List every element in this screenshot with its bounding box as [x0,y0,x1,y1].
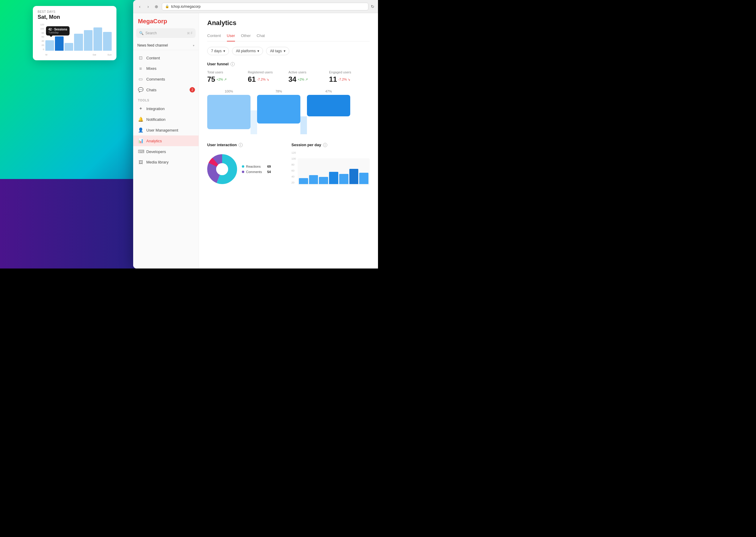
chats-icon: 💬 [138,87,143,93]
metric-number: 75 [207,75,215,84]
reactions-dot [242,165,244,168]
funnel-bar-group-3: 47% [307,90,350,116]
browser-window: ‹ › ⊕ 🔒 tchop.io/megacorp ↻ MegaCorp 🔍 S… [133,0,378,268]
metric-change: -7.2% ↘ [257,78,269,81]
chart-tooltip: 42 · Sessions Tuesday [46,26,69,35]
period-filter[interactable]: 7 days ▾ [207,47,229,55]
platform-filter[interactable]: All platforms ▾ [232,47,263,55]
info-icon: i [231,62,235,66]
sidebar-item-mixes[interactable]: ≡ Mixes [133,63,199,74]
session-bar [329,172,338,184]
bar-chart-yaxis: 120 100 80 60 40 20 0 [38,23,44,51]
bottom-row: User interaction i [207,143,370,187]
sidebar-search[interactable]: 🔍 Search ⌘ F [136,28,196,38]
content-icon: ⊡ [138,55,143,61]
bar-item [84,30,93,51]
notification-icon: 🔔 [138,117,143,122]
tags-filter[interactable]: All tags ▾ [266,47,289,55]
sidebar-item-analytics[interactable]: 📊 Analytics [133,136,199,146]
session-bar [319,177,328,184]
funnel-pct-1: 100% [225,90,233,93]
sidebar-item-content[interactable]: ⊡ Content [133,53,199,63]
comments-dot [242,171,244,173]
chart-card-label: Best days [38,10,112,14]
sidebar-item-label: Content [146,56,160,60]
bar-item [55,36,64,51]
lock-icon: 🔒 [165,5,169,8]
sidebar-item-label: Integration [146,106,164,111]
sidebar-item-chats[interactable]: 💬 Chats 2 [133,84,199,95]
chats-badge: 2 [190,87,195,93]
user-interaction-title: User interaction i [207,143,286,147]
session-bar [339,174,348,184]
metric-active-users: Active users 34 +2% ↗ [289,70,329,84]
tools-section-label: TOOLS [133,95,199,103]
legend-value-comments: 54 [264,170,271,174]
bar-item [45,40,54,51]
session-bars [298,158,370,185]
metric-total-users: Total users 75 +2% ↗ [207,70,248,84]
metric-value: 61 -7.2% ↘ [248,75,289,84]
chevron-down-icon: ▾ [193,44,194,47]
main-content: Analytics Content User Other Chat 7 days… [199,13,378,268]
metric-change: -7.2% ↘ [338,78,350,81]
pie-chart [207,154,237,184]
bar-chart-xaxis: M Sat Sun [45,53,112,56]
filter-row: 7 days ▾ All platforms ▾ All tags ▾ [207,47,370,55]
browser-back-button[interactable]: ‹ [137,4,143,10]
reload-button[interactable]: ↻ [371,4,375,9]
tooltip-value: 42 · Sessions [48,28,67,31]
session-bar [309,175,318,184]
tab-user[interactable]: User [227,32,235,41]
sidebar-item-user-management[interactable]: 👤 User Management [133,125,199,136]
info-icon: i [323,143,327,147]
sidebar-brand: MegaCorp [133,13,199,28]
bar-chart: 42 · Sessions Tuesday 120 100 80 60 40 2… [38,23,112,56]
funnel-pct-3: 47% [325,90,332,93]
shield-icon: ⊕ [154,4,159,10]
sidebar-item-media-library[interactable]: 🖼 Media library [133,157,199,167]
search-placeholder: Search [145,31,157,35]
metric-number: 11 [329,75,337,84]
sidebar-item-integration[interactable]: ✦ Integration [133,103,199,114]
page-title: Analytics [207,19,370,27]
metric-label: Total users [207,70,248,74]
funnel-pct-2: 78% [275,90,282,93]
metric-change: +2% ↗ [216,78,227,81]
session-chart: 120 100 80 60 40 20 [291,151,370,185]
funnel-connector-2 [300,116,307,134]
info-icon: i [239,143,243,147]
chevron-down-icon: ▾ [223,49,225,53]
browser-forward-button[interactable]: › [145,4,151,10]
bar-item [103,32,112,51]
metric-number: 61 [248,75,256,84]
url-bar[interactable]: 🔒 tchop.io/megacorp [162,3,369,11]
funnel-bar-group-2: 78% [257,90,300,124]
tab-other[interactable]: Other [241,32,251,41]
sidebar-nav: ⊡ Content ≡ Mixes ▭ Comments 💬 Chats 2 T… [133,50,199,268]
url-text: tchop.io/megacorp [171,5,200,9]
bar-item [93,27,102,51]
user-interaction-section: User interaction i [207,143,286,187]
funnel-connector-1 [250,110,257,134]
media-library-icon: 🖼 [138,160,143,165]
sidebar-item-developers[interactable]: ⌨ Developers [133,146,199,157]
tab-content[interactable]: Content [207,32,221,41]
sidebar: MegaCorp 🔍 Search ⌘ F News feed channel … [133,13,199,268]
funnel-bar-1 [207,95,250,129]
bar-item [74,34,83,51]
sidebar-item-comments[interactable]: ▭ Comments [133,74,199,84]
browser-chrome: ‹ › ⊕ 🔒 tchop.io/megacorp ↻ [133,0,378,13]
mixes-icon: ≡ [138,66,143,71]
metric-number: 34 [289,75,296,84]
funnel-bar-group-1: 100% [207,90,250,129]
funnel-bar-3 [307,95,350,116]
session-per-day-title: Session per day i [291,143,370,147]
bar-item [65,43,73,51]
session-bar [299,178,308,185]
metric-value: 75 +2% ↗ [207,75,248,84]
channel-selector[interactable]: News feed channel ▾ [133,41,199,50]
sidebar-item-notification[interactable]: 🔔 Notification [133,114,199,125]
tab-chat[interactable]: Chat [257,32,265,41]
legend-value-reactions: 69 [264,165,271,168]
